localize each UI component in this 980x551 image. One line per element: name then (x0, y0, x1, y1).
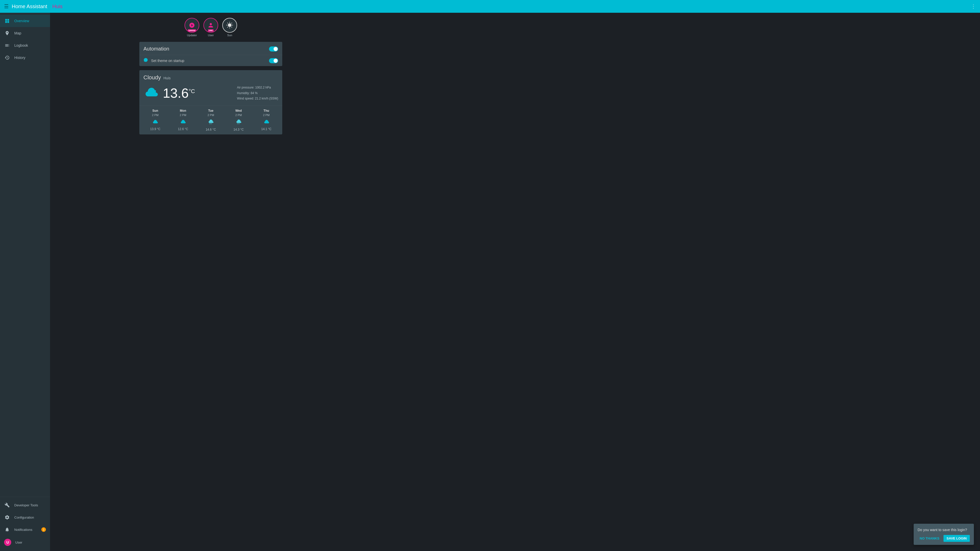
sidebar-item-label: Logbook (14, 43, 28, 48)
forecast-day-label: Mon (180, 109, 186, 113)
automation-item-theme: Set theme on startup (139, 55, 282, 66)
entity-user-label: User (208, 34, 213, 37)
automation-toggle[interactable] (269, 46, 278, 52)
history-icon (4, 55, 10, 61)
forecast-day-label: Sun (152, 109, 158, 113)
weather-card-header: Cloudy Huis (139, 70, 282, 83)
automation-card: Automation Set theme on startup (139, 42, 282, 66)
forecast-day-label: Tue (208, 109, 213, 113)
entity-badge-user[interactable]: UNK User (204, 18, 218, 37)
map-icon (4, 30, 10, 36)
forecast-weather-icon (208, 119, 214, 126)
entity-sun-label: Sun (227, 34, 232, 37)
forecast-weather-icon (152, 119, 158, 125)
sidebar-nav: Overview Map Logbook (0, 13, 50, 209)
entity-status-unk: UNK (208, 29, 213, 32)
forecast-time-label: 2 PM (235, 114, 242, 117)
humidity: Humidity: 84 % (237, 91, 278, 96)
sidebar-item-label: Map (14, 31, 21, 35)
forecast-time-label: 2 PM (263, 114, 270, 117)
forecast-temp: 12.6 °C (178, 127, 188, 131)
weather-temperature-container: 13.6°C (163, 86, 195, 101)
wind-speed: Wind speed: 21.2 km/h (SSW) (237, 96, 278, 102)
forecast-day-wed: Wed 2 PM 14.3 °C (234, 109, 244, 131)
svg-line-3 (237, 123, 238, 124)
automation-title: Automation (143, 46, 169, 52)
forecast-time-label: 2 PM (152, 114, 159, 117)
forecast-time-label: 2 PM (207, 114, 214, 117)
sidebar-item-label: History (14, 56, 25, 60)
page-title: Huis (52, 3, 62, 10)
forecast-temp: 14.1 °C (261, 127, 272, 131)
weather-forecast: Sun 2 PM 13.9 °C Mon 2 PM 12.6 °C Tue 2 … (139, 106, 282, 135)
entity-circle-updater[interactable]: UNAVAI (185, 18, 199, 33)
sidebar: Overview Map Logbook (0, 13, 50, 209)
entity-updater-label: Updater (187, 34, 197, 37)
weather-details: Air pressure: 1002.2 hPa Humidity: 84 % … (237, 85, 278, 102)
sidebar-item-label: Overview (14, 19, 29, 23)
forecast-day-mon: Mon 2 PM 12.6 °C (178, 109, 188, 131)
entity-circle-user[interactable]: UNK (204, 18, 218, 33)
entity-circle-sun[interactable] (222, 18, 237, 33)
forecast-weather-icon (263, 119, 269, 125)
weather-condition: Cloudy (143, 74, 161, 81)
forecast-day-tue: Tue 2 PM 14.6 °C (206, 109, 216, 131)
theme-icon (143, 58, 148, 64)
forecast-day-label: Thu (264, 109, 269, 113)
hamburger-icon[interactable]: ☰ (4, 3, 9, 10)
weather-temperature: 13.6°C (163, 86, 195, 100)
forecast-day-label: Wed (235, 109, 242, 113)
automation-item-label: Set theme on startup (151, 59, 269, 63)
header-left: ☰ Home Assistant Huis (4, 3, 62, 10)
air-pressure: Air pressure: 1002.2 hPa (237, 85, 278, 91)
forecast-temp: 14.6 °C (206, 128, 216, 131)
sidebar-item-map[interactable]: Map (0, 27, 50, 39)
sidebar-item-history[interactable]: History (0, 52, 50, 64)
svg-line-4 (238, 123, 239, 124)
forecast-weather-icon (180, 119, 186, 125)
sidebar-item-logbook[interactable]: Logbook (0, 39, 50, 52)
app-title: Home Assistant (12, 3, 47, 10)
forecast-day-thu: Thu 2 PM 14.1 °C (261, 109, 272, 131)
main-content: UNAVAI Updater UNK User Sun (50, 13, 372, 209)
weather-main: 13.6°C Air pressure: 1002.2 hPa Humidity… (139, 83, 282, 106)
automation-card-header: Automation (139, 42, 282, 55)
weather-cloud-icon (143, 86, 159, 101)
forecast-temp: 14.3 °C (234, 128, 244, 131)
forecast-day-sun: Sun 2 PM 13.9 °C (150, 109, 160, 131)
overview-icon (4, 18, 10, 24)
entity-status-unavai: UNAVAI (188, 29, 196, 32)
header: ☰ Home Assistant Huis ⋮ (0, 0, 372, 13)
svg-line-2 (211, 123, 212, 124)
forecast-time-label: 2 PM (180, 114, 186, 117)
entity-badge-sun[interactable]: Sun (222, 18, 237, 37)
weather-location: Huis (163, 76, 170, 80)
entity-row: UNAVAI Updater UNK User Sun (55, 18, 366, 37)
forecast-weather-icon (235, 119, 242, 126)
entity-badge-updater[interactable]: UNAVAI Updater (185, 18, 199, 37)
logbook-icon (4, 42, 10, 48)
sidebar-item-overview[interactable]: Overview (0, 15, 50, 27)
weather-card: Cloudy Huis 13.6°C Air pressure: 1002.2 … (139, 70, 282, 135)
forecast-temp: 13.9 °C (150, 127, 160, 131)
theme-toggle[interactable] (269, 58, 278, 63)
